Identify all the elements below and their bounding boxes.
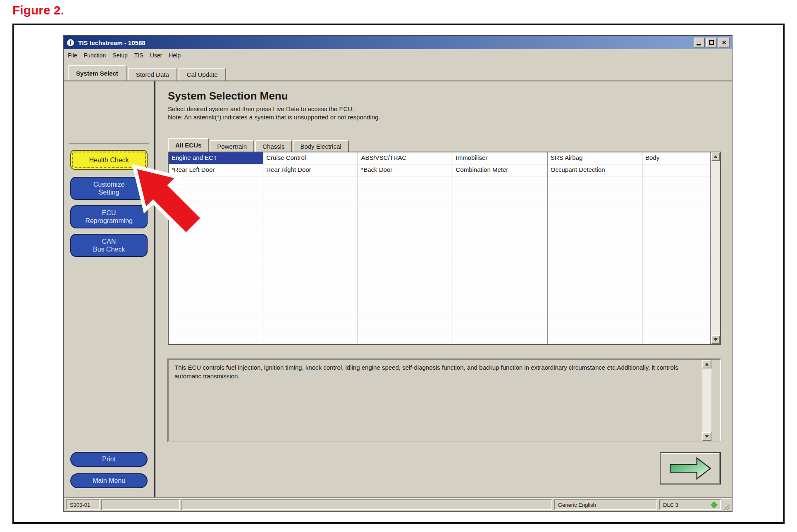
- ecu-cell-empty: [169, 236, 263, 248]
- ecu-cell-empty: [453, 248, 548, 260]
- ecu-cell-empty: [169, 224, 263, 236]
- ecu-cell-empty: [169, 296, 263, 308]
- description-scrollbar-track[interactable]: [702, 368, 711, 432]
- menu-item-user[interactable]: User: [150, 52, 162, 59]
- ecu-cell-empty: [548, 272, 642, 284]
- ecu-cell-empty: [358, 308, 453, 320]
- ecu-cell-empty: [453, 284, 548, 296]
- ecu-cell-empty: [548, 200, 642, 212]
- ecu-cell-rear-right-door[interactable]: Rear Right Door: [263, 164, 358, 176]
- ecu-cell-empty: [358, 296, 453, 308]
- ecu-cell-empty: [263, 248, 358, 260]
- triangle-up-icon: [705, 363, 709, 366]
- table-scroll-down-button[interactable]: [711, 335, 720, 344]
- ecu-cell-abs-vsc-trac[interactable]: ABS/VSC/TRAC: [358, 152, 453, 164]
- ecu-cell-empty: [453, 200, 548, 212]
- ecu-cell-empty: [453, 260, 548, 272]
- menu-item-setup[interactable]: Setup: [112, 52, 128, 59]
- ecu-cell-empty: [453, 320, 548, 332]
- close-icon: ✕: [722, 40, 727, 45]
- description-scrollbar[interactable]: [702, 360, 711, 441]
- menu-item-file[interactable]: File: [68, 52, 77, 59]
- ecu-cell-empty: [169, 176, 263, 188]
- description-scroll-up-button[interactable]: [702, 360, 711, 368]
- close-button[interactable]: ✕: [718, 38, 730, 48]
- subtab-body-electrical[interactable]: Body Electrical: [293, 140, 348, 152]
- table-scrollbar-track[interactable]: [711, 161, 720, 335]
- ecu-cell-rear-left-door[interactable]: *Rear Left Door: [169, 164, 263, 176]
- ecu-cell-empty: [642, 320, 711, 332]
- ecu-cell-empty: [453, 296, 548, 308]
- ecu-cell-empty: [263, 260, 358, 272]
- sidebar-button-can-bus-check[interactable]: CAN Bus Check: [70, 234, 148, 257]
- table-scroll-up-button[interactable]: [711, 152, 720, 161]
- sidebar-button-health-check[interactable]: Health Check: [70, 150, 148, 170]
- sidebar-button-ecu-reprogramming[interactable]: ECU Reprogramming: [70, 205, 148, 228]
- ecu-cell-cruise-control[interactable]: Cruise Control: [263, 152, 358, 164]
- tab-stored-data[interactable]: Stored Data: [128, 68, 177, 81]
- maximize-button[interactable]: [706, 38, 717, 48]
- menu-item-function[interactable]: Function: [84, 52, 106, 59]
- ecu-cell-immobiliser[interactable]: Immobiliser: [453, 152, 548, 164]
- ecu-cell-back-door[interactable]: *Back Door: [358, 164, 453, 176]
- menu-item-help[interactable]: Help: [169, 52, 181, 59]
- menu-item-tis[interactable]: TIS: [134, 52, 143, 59]
- subtab-powertrain[interactable]: Powertrain: [210, 140, 254, 152]
- ecu-cell-empty: [642, 308, 711, 320]
- ecu-cell-empty: [453, 308, 548, 320]
- sidebar-button-main-menu[interactable]: Main Menu: [70, 473, 148, 488]
- description-scroll-down-button[interactable]: [702, 432, 711, 441]
- minimize-icon: [697, 44, 701, 45]
- ecu-cell-combination-meter[interactable]: Combination Meter: [453, 164, 548, 176]
- ecu-cell-empty: [548, 296, 642, 308]
- ecu-cell-empty: [169, 260, 263, 272]
- ecu-cell-empty: [453, 236, 548, 248]
- bottom-row: [168, 452, 721, 484]
- ecu-cell-empty: [169, 212, 263, 224]
- status-code: S303-01: [66, 499, 100, 510]
- ecu-cell-empty: [642, 188, 711, 200]
- tab-cal-update[interactable]: Cal Update: [179, 68, 226, 81]
- ecu-cell-empty: [263, 272, 358, 284]
- ecu-cell-empty: [642, 272, 711, 284]
- ecu-cell-engine-and-ect[interactable]: Engine and ECT: [169, 152, 263, 164]
- maximize-icon: [709, 40, 714, 45]
- ecu-cell-empty: [642, 260, 711, 272]
- ecu-cell-empty: [642, 332, 711, 344]
- app-window: i TIS techstream - 10588 ✕ FileFunctionS…: [63, 35, 733, 512]
- sidebar-button-customize-setting[interactable]: Customize Setting: [70, 177, 148, 200]
- tab-system-select[interactable]: System Select: [68, 65, 126, 81]
- ecu-cell-empty: [263, 176, 358, 188]
- sidebar-button-print[interactable]: Print: [70, 452, 148, 467]
- ecu-cell-empty: [453, 188, 548, 200]
- table-scrollbar[interactable]: [711, 152, 720, 344]
- ecu-cell-empty: [263, 320, 358, 332]
- ecu-cell-empty: [548, 224, 642, 236]
- ecu-cell-empty: [453, 212, 548, 224]
- sidebar-top-spacer: [70, 81, 148, 143]
- ecu-cell-srs-airbag[interactable]: SRS Airbag: [548, 152, 642, 164]
- subtab-all-ecus[interactable]: All ECUs: [168, 138, 209, 152]
- subtab-chassis[interactable]: Chassis: [255, 140, 292, 152]
- ecu-cell-empty: [642, 236, 711, 248]
- ecu-cell-empty: [358, 188, 453, 200]
- ecu-cell-occupant-detection[interactable]: Occupant Detection: [548, 164, 642, 176]
- page-title: System Selection Menu: [168, 90, 721, 102]
- ecu-cell-empty: [453, 224, 548, 236]
- status-panel-empty: [101, 499, 180, 510]
- ecu-cell-empty: [263, 200, 358, 212]
- triangle-down-icon: [705, 435, 709, 438]
- ecu-cell-empty: [358, 284, 453, 296]
- ecu-cell-empty: [548, 320, 642, 332]
- next-button[interactable]: [660, 452, 721, 484]
- ecu-cell-empty: [169, 320, 263, 332]
- triangle-up-icon: [713, 155, 718, 158]
- ecu-cell-empty: [263, 332, 358, 344]
- status-dlc: DLC 3: [659, 499, 721, 510]
- sidebar-bottom-buttons: PrintMain Menu: [70, 452, 148, 495]
- ecu-cell-empty: [169, 284, 263, 296]
- ecu-table: Engine and ECTCruise ControlABS/VSC/TRAC…: [168, 152, 721, 345]
- minimize-button[interactable]: [694, 38, 705, 48]
- ecu-cell-empty: [358, 260, 453, 272]
- ecu-cell-body[interactable]: Body: [642, 152, 711, 164]
